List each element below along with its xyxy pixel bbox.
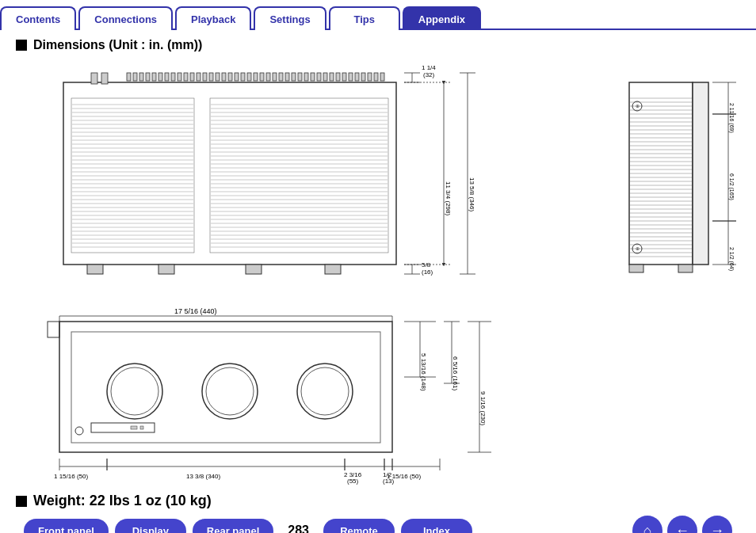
svg-rect-241 — [678, 265, 693, 272]
diagram-main: 11 3/4 (298) 13 5/8 (346) 1 1/4 (32) 5/8 — [16, 59, 605, 486]
svg-rect-105 — [292, 73, 296, 81]
svg-rect-94 — [222, 73, 226, 81]
svg-text:9 1/16 (230): 9 1/16 (230) — [479, 391, 487, 425]
svg-rect-96 — [235, 73, 239, 81]
svg-rect-0 — [63, 82, 396, 265]
svg-rect-117 — [368, 73, 372, 81]
weight-section: Weight: 22 lbs 1 oz (10 kg) — [16, 493, 740, 509]
svg-rect-156 — [131, 426, 137, 429]
svg-point-154 — [75, 427, 83, 435]
svg-rect-88 — [184, 73, 188, 81]
weight-bullet-icon — [16, 496, 27, 507]
svg-rect-119 — [380, 73, 384, 81]
diagrams-area: 11 3/4 (298) 13 5/8 (346) 1 1/4 (32) 5/8 — [16, 59, 740, 486]
svg-rect-91 — [203, 73, 207, 81]
svg-text:11 3/4 (298): 11 3/4 (298) — [445, 181, 452, 215]
svg-rect-113 — [342, 73, 346, 81]
svg-point-148 — [107, 364, 162, 419]
svg-text:(16): (16) — [422, 268, 433, 276]
svg-rect-79 — [127, 73, 131, 81]
display-button[interactable]: Display — [115, 519, 186, 534]
svg-rect-83 — [152, 73, 156, 81]
svg-rect-89 — [190, 73, 194, 81]
svg-rect-77 — [91, 73, 97, 84]
svg-point-153 — [301, 367, 349, 415]
svg-rect-115 — [355, 73, 359, 81]
svg-rect-93 — [216, 73, 220, 81]
svg-point-150 — [202, 364, 258, 419]
svg-rect-101 — [266, 73, 270, 81]
svg-rect-92 — [209, 73, 213, 81]
section-title-text: Dimensions (Unit : in. (mm)) — [33, 38, 202, 52]
tab-appendix[interactable]: Appendix — [403, 6, 481, 30]
svg-rect-108 — [311, 73, 315, 81]
svg-rect-86 — [171, 73, 175, 81]
svg-rect-90 — [197, 73, 200, 81]
svg-text:13 3/8 (340): 13 3/8 (340) — [186, 473, 220, 480]
tab-tips[interactable]: Tips — [329, 6, 400, 30]
svg-rect-102 — [273, 73, 277, 81]
index-button[interactable]: Index — [401, 519, 472, 534]
svg-text:2 11/16 (69): 2 11/16 (69) — [728, 103, 735, 133]
svg-point-151 — [206, 367, 254, 415]
tab-playback[interactable]: Playback — [175, 6, 251, 30]
svg-point-152 — [297, 364, 353, 419]
svg-rect-98 — [247, 73, 251, 81]
svg-point-149 — [111, 367, 158, 415]
svg-rect-81 — [139, 73, 143, 81]
section-bullet-icon — [16, 40, 27, 51]
bottom-navigation: Front panel Display Rear panel 283 Remot… — [16, 516, 740, 533]
svg-text:1 15/16 (50): 1 15/16 (50) — [54, 473, 88, 480]
back-button[interactable]: ← — [667, 516, 697, 533]
rear-panel-button[interactable]: Rear panel — [193, 519, 273, 534]
svg-rect-111 — [330, 73, 334, 81]
svg-text:(32): (32) — [423, 71, 435, 78]
svg-rect-120 — [87, 265, 103, 274]
svg-rect-85 — [165, 73, 169, 81]
svg-rect-112 — [336, 73, 340, 81]
diagram-side: ⊕ ⊕ 2 11/16 (69) 6 1/2 (165) — [613, 59, 740, 486]
svg-text:2 1/2 (64): 2 1/2 (64) — [728, 247, 735, 271]
svg-text:⊕: ⊕ — [636, 104, 640, 109]
svg-rect-110 — [323, 73, 327, 81]
svg-text:⊕: ⊕ — [636, 246, 640, 251]
tab-contents[interactable]: Contents — [0, 6, 76, 30]
bottom-nav-icons: ⌂ ← → — [632, 516, 732, 533]
svg-text:6 5/16 (161): 6 5/16 (161) — [452, 356, 459, 390]
svg-text:17 5/16 (440): 17 5/16 (440) — [174, 307, 217, 315]
svg-rect-155 — [91, 423, 155, 432]
svg-rect-114 — [349, 73, 353, 81]
svg-rect-157 — [140, 426, 143, 429]
svg-text:6 1/2 (165): 6 1/2 (165) — [728, 173, 735, 200]
svg-rect-82 — [146, 73, 150, 81]
home-icon: ⌂ — [643, 523, 652, 534]
svg-rect-99 — [254, 73, 258, 81]
svg-text:(55): (55) — [347, 478, 359, 485]
tab-connections[interactable]: Connections — [78, 6, 173, 30]
svg-rect-84 — [158, 73, 162, 81]
svg-rect-104 — [285, 73, 289, 81]
front-panel-button[interactable]: Front panel — [24, 519, 109, 534]
svg-rect-97 — [241, 73, 245, 81]
svg-rect-240 — [629, 265, 643, 272]
svg-text:5 13/16 (148): 5 13/16 (148) — [420, 353, 427, 391]
svg-rect-239 — [693, 82, 708, 265]
svg-rect-103 — [279, 73, 283, 81]
svg-text:1 1/4: 1 1/4 — [422, 64, 436, 71]
svg-text:1 15/16 (50): 1 15/16 (50) — [387, 473, 421, 480]
home-button[interactable]: ⌂ — [632, 516, 662, 533]
svg-rect-122 — [246, 265, 262, 274]
svg-rect-147 — [71, 332, 380, 443]
main-content: Dimensions (Unit : in. (mm)) — [0, 30, 756, 533]
remote-button[interactable]: Remote — [323, 519, 395, 534]
svg-rect-78 — [101, 73, 108, 84]
tab-settings[interactable]: Settings — [254, 6, 326, 30]
svg-text:5/8: 5/8 — [422, 261, 431, 268]
back-icon: ← — [675, 523, 689, 534]
svg-rect-121 — [158, 265, 174, 274]
svg-rect-100 — [260, 73, 264, 81]
forward-icon: → — [710, 523, 724, 534]
svg-rect-87 — [178, 73, 181, 81]
forward-button[interactable]: → — [702, 516, 732, 533]
bottom-nav-buttons: Front panel Display Rear panel 283 Remot… — [24, 519, 472, 534]
